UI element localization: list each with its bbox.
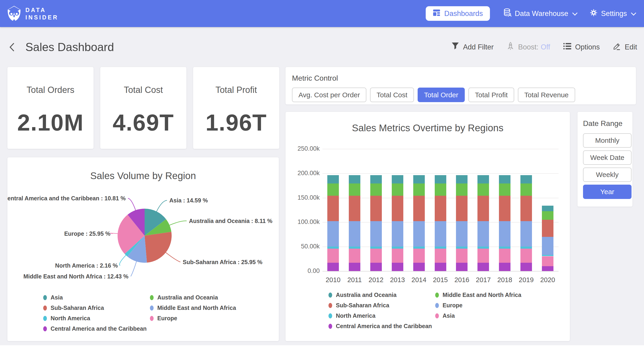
bar-2010-asia[interactable] <box>327 249 339 263</box>
bar-2012-asia[interactable] <box>370 249 382 263</box>
boost-toggle[interactable]: Boost: Off <box>506 42 550 53</box>
bar-2014-central-america-and-the-caribbean[interactable] <box>413 263 425 271</box>
bar-2011-sub-saharan-africa[interactable] <box>349 196 360 221</box>
bar-2017-central-america-and-the-caribbean[interactable] <box>478 263 489 271</box>
bar-2015-europe[interactable] <box>435 221 446 247</box>
bar-2017-asia[interactable] <box>478 249 489 263</box>
legend-item-asia[interactable]: Asia <box>435 312 564 319</box>
bar-2013-sub-saharan-africa[interactable] <box>392 196 403 221</box>
legend-item-australia-and-oceania[interactable]: Australia and Oceania <box>328 292 435 298</box>
bar-2016-sub-saharan-africa[interactable] <box>456 196 468 221</box>
pie-slice-sub-saharan-africa[interactable] <box>144 232 172 262</box>
bar-2015-central-america-and-the-caribbean[interactable] <box>435 263 446 271</box>
legend-item-middle-east-and-north-africa[interactable]: Middle East and North Africa <box>150 304 272 311</box>
date-range-monthly-button[interactable]: Monthly <box>583 133 632 148</box>
bar-2012-middle-east-and-north-africa[interactable] <box>370 183 382 196</box>
bar-2017-middle-east-and-north-africa[interactable] <box>478 183 489 196</box>
bar-2014-north-america[interactable] <box>413 247 425 249</box>
legend-item-europe[interactable]: Europe <box>150 315 272 322</box>
bar-2020-north-america[interactable] <box>542 255 554 256</box>
bar-2018-sub-saharan-africa[interactable] <box>499 196 510 221</box>
bar-2010-central-america-and-the-caribbean[interactable] <box>327 263 339 271</box>
bar-2011-europe[interactable] <box>349 221 360 247</box>
bar-2010-europe[interactable] <box>327 221 339 247</box>
bar-2019-australia-and-oceania[interactable] <box>520 175 532 183</box>
nav-settings[interactable]: Settings <box>590 9 635 19</box>
bar-2020-central-america-and-the-caribbean[interactable] <box>542 266 554 271</box>
bar-2013-asia[interactable] <box>392 249 403 263</box>
metric-button-total-profit[interactable]: Total Profit <box>468 88 514 102</box>
bar-2014-asia[interactable] <box>413 249 425 263</box>
bar-2017-australia-and-oceania[interactable] <box>478 175 489 183</box>
bar-2018-europe[interactable] <box>499 221 510 247</box>
metric-button-total-cost[interactable]: Total Cost <box>370 88 414 102</box>
legend-item-sub-saharan-africa[interactable]: Sub-Saharan Africa <box>328 302 435 309</box>
bar-2017-europe[interactable] <box>478 221 489 247</box>
bar-2018-north-america[interactable] <box>499 247 510 249</box>
legend-item-middle-east-and-north-africa[interactable]: Middle East and North Africa <box>435 292 564 298</box>
bar-2015-north-america[interactable] <box>435 247 446 249</box>
bar-2016-asia[interactable] <box>456 249 468 263</box>
legend-item-australia-and-oceania[interactable]: Australia and Oceania <box>150 294 272 301</box>
bar-2018-australia-and-oceania[interactable] <box>499 175 510 183</box>
bar-2016-europe[interactable] <box>456 221 468 247</box>
bar-2014-australia-and-oceania[interactable] <box>413 175 425 183</box>
bar-2019-europe[interactable] <box>520 221 532 247</box>
bar-2019-north-america[interactable] <box>520 247 532 249</box>
bar-2011-australia-and-oceania[interactable] <box>349 175 360 183</box>
bar-2016-central-america-and-the-caribbean[interactable] <box>456 263 468 271</box>
bar-2013-australia-and-oceania[interactable] <box>392 175 403 183</box>
bar-2010-middle-east-and-north-africa[interactable] <box>327 183 339 196</box>
bar-2012-sub-saharan-africa[interactable] <box>370 196 382 221</box>
date-range-year-button[interactable]: Year <box>583 185 632 199</box>
bar-2015-sub-saharan-africa[interactable] <box>435 196 446 221</box>
bar-2018-central-america-and-the-caribbean[interactable] <box>499 263 510 271</box>
bar-2020-australia-and-oceania[interactable] <box>542 206 554 211</box>
legend-item-north-america[interactable]: North America <box>328 312 435 319</box>
bar-2013-europe[interactable] <box>392 221 403 247</box>
date-range-weekly-button[interactable]: Weekly <box>583 168 632 182</box>
bar-2011-middle-east-and-north-africa[interactable] <box>349 183 360 196</box>
bar-2013-middle-east-and-north-africa[interactable] <box>392 183 403 196</box>
back-button[interactable] <box>8 41 16 53</box>
bar-2020-asia[interactable] <box>542 256 554 266</box>
bar-2017-north-america[interactable] <box>478 247 489 249</box>
brand[interactable]: DATA INSIDER <box>7 5 58 22</box>
bar-2018-middle-east-and-north-africa[interactable] <box>499 183 510 196</box>
bar-2015-middle-east-and-north-africa[interactable] <box>435 183 446 196</box>
bar-2015-australia-and-oceania[interactable] <box>435 175 446 183</box>
add-filter-button[interactable]: Add Filter <box>451 42 494 52</box>
bar-2012-australia-and-oceania[interactable] <box>370 175 382 183</box>
bar-2011-central-america-and-the-caribbean[interactable] <box>349 263 360 271</box>
metric-button-total-revenue[interactable]: Total Revenue <box>518 88 575 102</box>
bar-2010-australia-and-oceania[interactable] <box>327 175 339 183</box>
legend-item-central-america-and-the-caribbean[interactable]: Central America and the Caribbean <box>43 325 150 332</box>
legend-item-north-america[interactable]: North America <box>43 315 150 322</box>
bar-2012-central-america-and-the-caribbean[interactable] <box>370 263 382 271</box>
bottom-scrollbar-track[interactable] <box>0 345 644 348</box>
bar-2016-middle-east-and-north-africa[interactable] <box>456 183 468 196</box>
bar-2019-middle-east-and-north-africa[interactable] <box>520 183 532 196</box>
bar-2019-sub-saharan-africa[interactable] <box>520 196 532 221</box>
legend-item-central-america-and-the-caribbean[interactable]: Central America and the Caribbean <box>328 323 435 329</box>
bar-2015-asia[interactable] <box>435 249 446 263</box>
bar-2017-sub-saharan-africa[interactable] <box>478 196 489 221</box>
metric-button-avg-cost-per-order[interactable]: Avg. Cost per Order <box>292 88 366 102</box>
edit-button[interactable]: Edit <box>613 42 637 52</box>
bar-2011-north-america[interactable] <box>349 247 360 249</box>
bar-2020-sub-saharan-africa[interactable] <box>542 220 554 237</box>
date-range-week-date-button[interactable]: Week Date <box>583 150 632 165</box>
legend-item-asia[interactable]: Asia <box>43 294 150 301</box>
bar-2016-north-america[interactable] <box>456 247 468 249</box>
bar-2010-north-america[interactable] <box>327 247 339 249</box>
metric-button-total-order[interactable]: Total Order <box>418 88 465 102</box>
bar-2014-europe[interactable] <box>413 221 425 247</box>
nav-dashboards-button[interactable]: Dashboards <box>426 6 490 21</box>
bar-2019-central-america-and-the-caribbean[interactable] <box>520 263 532 271</box>
legend-item-sub-saharan-africa[interactable]: Sub-Saharan Africa <box>43 304 150 311</box>
options-button[interactable]: Options <box>563 42 600 52</box>
bar-2019-asia[interactable] <box>520 249 532 263</box>
bar-2012-north-america[interactable] <box>370 247 382 249</box>
bar-2020-middle-east-and-north-africa[interactable] <box>542 211 554 220</box>
legend-item-europe[interactable]: Europe <box>435 302 564 309</box>
